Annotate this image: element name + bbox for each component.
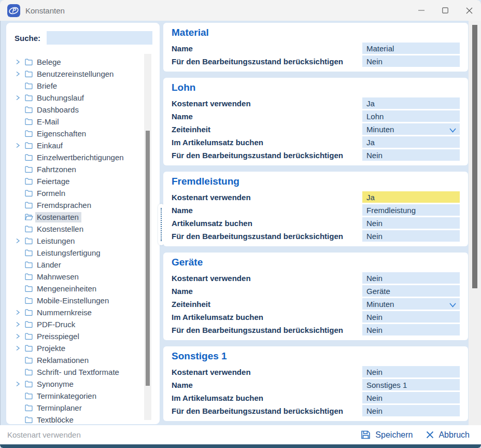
- setting-field[interactable]: Ja: [362, 97, 460, 109]
- tree-item-label: Eigenschaften: [35, 129, 89, 139]
- folder-icon: [25, 404, 35, 412]
- setting-field[interactable]: Ja: [362, 136, 460, 148]
- tree-item-formeln[interactable]: Formeln: [16, 187, 142, 199]
- tree-item-belege[interactable]: Belege: [16, 56, 142, 68]
- section-title: Sonstiges 1: [172, 351, 460, 362]
- chevron-right-icon[interactable]: [16, 70, 25, 78]
- tree-item-label: Mobile-Einstellungen: [35, 296, 111, 306]
- tree-item-schrift-und-textformate[interactable]: Schrift- und Textformate: [16, 366, 142, 378]
- setting-field[interactable]: Nein: [362, 366, 460, 377]
- tree-item-einzelwertberichtigungen[interactable]: Einzelwertberichtigungen: [16, 151, 142, 163]
- setting-row-kostenart-verwenden: Kostenart verwendenNein: [172, 366, 460, 377]
- tree-item-label: Projekte: [35, 343, 68, 354]
- tree-scrollbar[interactable]: [144, 54, 151, 420]
- folder-icon: [25, 165, 35, 174]
- tree-item-kostenarten[interactable]: Kostenarten: [16, 211, 142, 223]
- setting-field[interactable]: Ja: [362, 191, 460, 203]
- chevron-right-icon[interactable]: [16, 237, 25, 245]
- tree-item-mengeneinheiten[interactable]: Mengeneinheiten: [16, 283, 142, 295]
- chevron-spacer: [16, 177, 25, 186]
- setting-field[interactable]: Nein: [362, 405, 460, 416]
- tree-item-buchungslauf[interactable]: Buchungslauf: [16, 92, 142, 104]
- setting-field[interactable]: Nein: [362, 324, 460, 335]
- setting-field[interactable]: Nein: [362, 230, 460, 242]
- setting-field[interactable]: Nein: [362, 149, 460, 161]
- tree-item-briefe[interactable]: Briefe: [16, 80, 142, 92]
- tree-item-fahrtzonen[interactable]: Fahrtzonen: [16, 163, 142, 175]
- setting-field[interactable]: Nein: [362, 55, 460, 67]
- setting-row-im-artikelumsatz-buchen: Im Artikelumsatz buchenNein: [172, 311, 460, 323]
- cancel-button[interactable]: Abbruch: [426, 430, 470, 440]
- tree-item-reklamationen[interactable]: Reklamationen: [16, 354, 142, 366]
- tree-item-synonyme[interactable]: Synonyme: [16, 378, 142, 390]
- tree-item-eigenschaften[interactable]: Eigenschaften: [16, 128, 142, 139]
- chevron-right-icon[interactable]: [16, 58, 25, 66]
- tree-item-projekte[interactable]: Projekte: [16, 342, 142, 354]
- tree-item-preisspiegel[interactable]: Preisspiegel: [16, 330, 142, 342]
- chevron-spacer: [16, 201, 25, 209]
- setting-field[interactable]: Geräte: [362, 285, 460, 297]
- setting-row-zeiteinheit: ZeiteinheitMinuten: [172, 298, 460, 310]
- tree-item-label: Kostenarten: [35, 212, 81, 222]
- tree-item-label: Dashboards: [35, 105, 81, 115]
- chevron-right-icon[interactable]: [16, 142, 25, 150]
- maximize-button[interactable]: [433, 0, 457, 21]
- main-scrollbar[interactable]: [469, 21, 481, 425]
- setting-field[interactable]: Nein: [362, 311, 460, 323]
- tree-item-label: Schrift- und Textformate: [35, 367, 122, 377]
- tree-item-leistungen[interactable]: Leistungen: [16, 235, 142, 247]
- chevron-spacer: [16, 82, 25, 90]
- chevron-right-icon[interactable]: [16, 320, 25, 329]
- tree-item-fremdsprachen[interactable]: Fremdsprachen: [16, 199, 142, 211]
- setting-field[interactable]: Lohn: [362, 110, 460, 122]
- close-button[interactable]: [457, 0, 481, 21]
- chevron-down-icon[interactable]: [449, 126, 457, 135]
- tree-item-laender[interactable]: Länder: [16, 259, 142, 271]
- tree-item-einkauf[interactable]: Einkauf: [16, 139, 142, 151]
- tree-item-terminplaner[interactable]: Terminplaner: [16, 402, 142, 414]
- setting-field[interactable]: Sonstiges 1: [362, 379, 460, 390]
- setting-dropdown[interactable]: Minuten: [362, 123, 460, 135]
- tree-item-pdf-druck[interactable]: PDF-Druck: [16, 318, 142, 330]
- tree-item-dashboards[interactable]: Dashboards: [16, 104, 142, 116]
- tree-item-leistungsfertigung[interactable]: Leistungsfertigung: [16, 247, 142, 259]
- setting-field[interactable]: Fremdleistung: [362, 204, 460, 216]
- main-scrollbar-thumb[interactable]: [472, 25, 477, 288]
- chevron-right-icon[interactable]: [16, 380, 25, 388]
- setting-field[interactable]: Nein: [362, 217, 460, 229]
- chevron-right-icon[interactable]: [16, 332, 25, 341]
- tree-item-feiertage[interactable]: Feiertage: [16, 175, 142, 187]
- chevron-right-icon[interactable]: [16, 309, 25, 317]
- folder-icon: [25, 201, 35, 209]
- tree-item-label: PDF-Druck: [35, 319, 78, 330]
- tree-item-textbloecke[interactable]: Textblöcke: [16, 414, 142, 424]
- search-row: Suche:: [6, 23, 160, 45]
- tree-item-label: Terminplaner: [35, 403, 84, 413]
- tree-scrollbar-thumb[interactable]: [146, 131, 150, 386]
- search-input[interactable]: [47, 31, 152, 45]
- setting-dropdown[interactable]: Minuten: [362, 298, 460, 310]
- setting-row-name: NameLohn: [172, 110, 460, 122]
- folder-icon: [25, 332, 35, 341]
- setting-row-fuer-den-bearbeitungszustand-beruecksichtigen: Für den Bearbeitungszustand berücksichti…: [172, 149, 460, 161]
- tree-item-benutzereinstellungen[interactable]: Benutzereinstellungen: [16, 68, 142, 80]
- setting-field[interactable]: Nein: [362, 392, 460, 403]
- chevron-spacer: [16, 165, 25, 174]
- tree-item-terminkategorien[interactable]: Terminkategorien: [16, 390, 142, 402]
- tree-item-kostenstellen[interactable]: Kostenstellen: [16, 223, 142, 235]
- tree-item-mobile-einstellungen[interactable]: Mobile-Einstellungen: [16, 295, 142, 306]
- folder-icon: [25, 416, 35, 424]
- save-button-label: Speichern: [375, 430, 413, 440]
- tree-item-label: Fremdsprachen: [35, 200, 94, 211]
- minimize-button[interactable]: [409, 0, 433, 21]
- tree-item-nummernkreise[interactable]: Nummernkreise: [16, 306, 142, 318]
- chevron-down-icon[interactable]: [449, 301, 457, 310]
- setting-field[interactable]: Material: [362, 43, 460, 54]
- tree-item-mahnwesen[interactable]: Mahnwesen: [16, 271, 142, 283]
- setting-field[interactable]: Nein: [362, 272, 460, 284]
- tree-item-e-mail[interactable]: E-Mail: [16, 116, 142, 128]
- tree-item-label: Benutzereinstellungen: [35, 69, 116, 79]
- chevron-right-icon[interactable]: [16, 94, 25, 102]
- chevron-right-icon[interactable]: [16, 344, 25, 353]
- save-button[interactable]: Speichern: [361, 430, 413, 440]
